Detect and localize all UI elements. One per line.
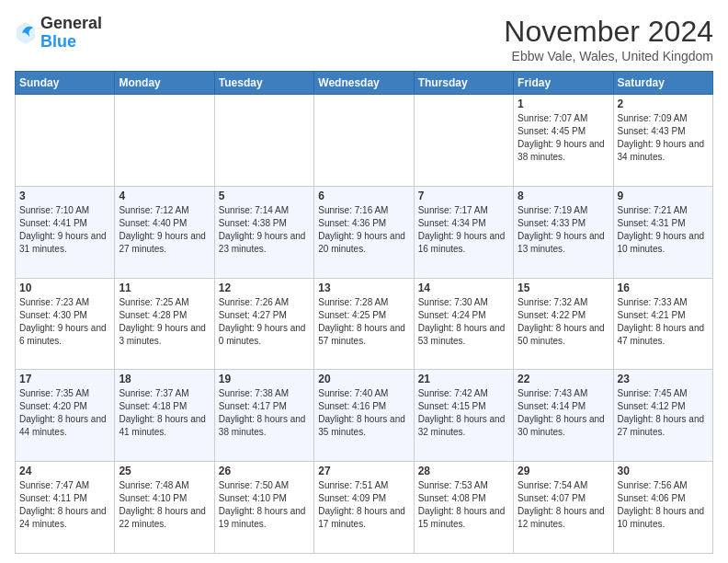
day-info: Sunrise: 7:42 AM Sunset: 4:15 PM Dayligh… <box>418 387 509 439</box>
day-number: 24 <box>19 465 110 477</box>
day-number: 26 <box>219 465 310 477</box>
day-number: 29 <box>518 465 609 477</box>
cell-w1-d1: 4Sunrise: 7:12 AM Sunset: 4:40 PM Daylig… <box>115 186 214 278</box>
day-info: Sunrise: 7:38 AM Sunset: 4:17 PM Dayligh… <box>219 387 310 439</box>
day-info: Sunrise: 7:32 AM Sunset: 4:22 PM Dayligh… <box>518 296 609 348</box>
col-tuesday: Tuesday <box>214 72 313 95</box>
cell-w3-d4: 21Sunrise: 7:42 AM Sunset: 4:15 PM Dayli… <box>414 370 513 462</box>
cell-w4-d2: 26Sunrise: 7:50 AM Sunset: 4:10 PM Dayli… <box>214 462 313 554</box>
cell-w1-d2: 5Sunrise: 7:14 AM Sunset: 4:38 PM Daylig… <box>214 186 313 278</box>
day-number: 3 <box>19 190 110 202</box>
day-number: 14 <box>418 282 509 294</box>
cell-w4-d6: 30Sunrise: 7:56 AM Sunset: 4:06 PM Dayli… <box>613 462 712 554</box>
cell-w2-d2: 12Sunrise: 7:26 AM Sunset: 4:27 PM Dayli… <box>214 278 313 370</box>
col-sunday: Sunday <box>16 72 115 95</box>
location: Ebbw Vale, Wales, United Kingdom <box>504 49 713 63</box>
logo-text: General Blue <box>40 15 102 52</box>
day-info: Sunrise: 7:47 AM Sunset: 4:11 PM Dayligh… <box>19 479 110 531</box>
cell-w2-d4: 14Sunrise: 7:30 AM Sunset: 4:24 PM Dayli… <box>414 278 513 370</box>
day-number: 1 <box>518 98 609 110</box>
day-info: Sunrise: 7:56 AM Sunset: 4:06 PM Dayligh… <box>618 479 709 531</box>
cell-w0-d2 <box>214 95 313 187</box>
day-info: Sunrise: 7:50 AM Sunset: 4:10 PM Dayligh… <box>219 479 310 531</box>
day-info: Sunrise: 7:10 AM Sunset: 4:41 PM Dayligh… <box>19 204 110 256</box>
day-info: Sunrise: 7:12 AM Sunset: 4:40 PM Dayligh… <box>119 204 210 256</box>
cell-w1-d4: 7Sunrise: 7:17 AM Sunset: 4:34 PM Daylig… <box>414 186 513 278</box>
logo-icon <box>15 20 37 46</box>
cell-w0-d3 <box>314 95 414 187</box>
calendar: Sunday Monday Tuesday Wednesday Thursday… <box>15 71 713 554</box>
day-info: Sunrise: 7:26 AM Sunset: 4:27 PM Dayligh… <box>219 296 310 348</box>
title-block: November 2024 Ebbw Vale, Wales, United K… <box>504 15 713 63</box>
week-row-0: 1Sunrise: 7:07 AM Sunset: 4:45 PM Daylig… <box>16 95 713 187</box>
cell-w3-d6: 23Sunrise: 7:45 AM Sunset: 4:12 PM Dayli… <box>613 370 712 462</box>
cell-w0-d0 <box>16 95 115 187</box>
col-friday: Friday <box>514 72 613 95</box>
col-monday: Monday <box>115 72 214 95</box>
day-number: 18 <box>119 373 210 385</box>
page: General Blue November 2024 Ebbw Vale, Wa… <box>0 0 728 563</box>
cell-w3-d5: 22Sunrise: 7:43 AM Sunset: 4:14 PM Dayli… <box>514 370 613 462</box>
day-info: Sunrise: 7:40 AM Sunset: 4:16 PM Dayligh… <box>318 387 409 439</box>
day-number: 10 <box>19 282 110 294</box>
col-wednesday: Wednesday <box>314 72 414 95</box>
day-number: 25 <box>119 465 210 477</box>
day-info: Sunrise: 7:14 AM Sunset: 4:38 PM Dayligh… <box>219 204 310 256</box>
cell-w2-d1: 11Sunrise: 7:25 AM Sunset: 4:28 PM Dayli… <box>115 278 214 370</box>
calendar-header: Sunday Monday Tuesday Wednesday Thursday… <box>16 72 713 95</box>
cell-w0-d4 <box>414 95 513 187</box>
day-number: 11 <box>119 282 210 294</box>
day-number: 5 <box>219 190 310 202</box>
cell-w0-d1 <box>115 95 214 187</box>
logo-blue: Blue <box>40 33 102 52</box>
logo: General Blue <box>15 15 102 52</box>
cell-w4-d0: 24Sunrise: 7:47 AM Sunset: 4:11 PM Dayli… <box>16 462 115 554</box>
col-saturday: Saturday <box>613 72 712 95</box>
day-info: Sunrise: 7:16 AM Sunset: 4:36 PM Dayligh… <box>318 204 409 256</box>
day-number: 6 <box>318 190 409 202</box>
day-number: 8 <box>518 190 609 202</box>
day-number: 23 <box>618 373 709 385</box>
cell-w3-d2: 19Sunrise: 7:38 AM Sunset: 4:17 PM Dayli… <box>214 370 313 462</box>
col-thursday: Thursday <box>414 72 513 95</box>
cell-w0-d6: 2Sunrise: 7:09 AM Sunset: 4:43 PM Daylig… <box>613 95 712 187</box>
day-info: Sunrise: 7:35 AM Sunset: 4:20 PM Dayligh… <box>19 387 110 439</box>
week-row-2: 10Sunrise: 7:23 AM Sunset: 4:30 PM Dayli… <box>16 278 713 370</box>
cell-w1-d3: 6Sunrise: 7:16 AM Sunset: 4:36 PM Daylig… <box>314 186 414 278</box>
logo-general: General <box>40 15 102 33</box>
day-number: 20 <box>318 373 409 385</box>
day-info: Sunrise: 7:28 AM Sunset: 4:25 PM Dayligh… <box>318 296 409 348</box>
day-number: 2 <box>618 98 709 110</box>
day-number: 13 <box>318 282 409 294</box>
month-title: November 2024 <box>504 15 713 49</box>
day-number: 7 <box>418 190 509 202</box>
cell-w1-d6: 9Sunrise: 7:21 AM Sunset: 4:31 PM Daylig… <box>613 186 712 278</box>
cell-w1-d0: 3Sunrise: 7:10 AM Sunset: 4:41 PM Daylig… <box>16 186 115 278</box>
day-info: Sunrise: 7:45 AM Sunset: 4:12 PM Dayligh… <box>618 387 709 439</box>
day-number: 16 <box>618 282 709 294</box>
day-info: Sunrise: 7:48 AM Sunset: 4:10 PM Dayligh… <box>119 479 210 531</box>
day-info: Sunrise: 7:51 AM Sunset: 4:09 PM Dayligh… <box>318 479 409 531</box>
day-number: 19 <box>219 373 310 385</box>
day-number: 17 <box>19 373 110 385</box>
week-row-1: 3Sunrise: 7:10 AM Sunset: 4:41 PM Daylig… <box>16 186 713 278</box>
cell-w2-d6: 16Sunrise: 7:33 AM Sunset: 4:21 PM Dayli… <box>613 278 712 370</box>
cell-w4-d3: 27Sunrise: 7:51 AM Sunset: 4:09 PM Dayli… <box>314 462 414 554</box>
day-info: Sunrise: 7:43 AM Sunset: 4:14 PM Dayligh… <box>518 387 609 439</box>
day-number: 4 <box>119 190 210 202</box>
day-info: Sunrise: 7:54 AM Sunset: 4:07 PM Dayligh… <box>518 479 609 531</box>
day-number: 12 <box>219 282 310 294</box>
header: General Blue November 2024 Ebbw Vale, Wa… <box>15 15 713 63</box>
day-info: Sunrise: 7:07 AM Sunset: 4:45 PM Dayligh… <box>518 112 609 164</box>
day-info: Sunrise: 7:30 AM Sunset: 4:24 PM Dayligh… <box>418 296 509 348</box>
day-info: Sunrise: 7:25 AM Sunset: 4:28 PM Dayligh… <box>119 296 210 348</box>
day-info: Sunrise: 7:53 AM Sunset: 4:08 PM Dayligh… <box>418 479 509 531</box>
header-row: Sunday Monday Tuesday Wednesday Thursday… <box>16 72 713 95</box>
calendar-body: 1Sunrise: 7:07 AM Sunset: 4:45 PM Daylig… <box>16 95 713 554</box>
day-number: 15 <box>518 282 609 294</box>
cell-w1-d5: 8Sunrise: 7:19 AM Sunset: 4:33 PM Daylig… <box>514 186 613 278</box>
day-info: Sunrise: 7:21 AM Sunset: 4:31 PM Dayligh… <box>618 204 709 256</box>
week-row-4: 24Sunrise: 7:47 AM Sunset: 4:11 PM Dayli… <box>16 462 713 554</box>
cell-w4-d1: 25Sunrise: 7:48 AM Sunset: 4:10 PM Dayli… <box>115 462 214 554</box>
cell-w2-d5: 15Sunrise: 7:32 AM Sunset: 4:22 PM Dayli… <box>514 278 613 370</box>
